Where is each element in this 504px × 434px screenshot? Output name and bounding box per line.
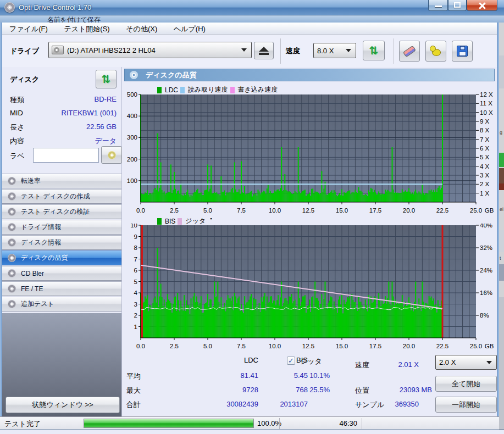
start-all-button[interactable]: 全て開始 <box>435 376 497 392</box>
background-window-title: 名前を付けて保存 <box>47 15 101 23</box>
write-label-button[interactable] <box>101 146 122 164</box>
position-value: 23093 MB <box>374 386 432 394</box>
max-label: 最大 <box>126 386 141 396</box>
sidebar-item-0[interactable]: 転送率 <box>2 174 121 188</box>
disc-panel-title: ディスク <box>10 75 39 85</box>
svg-text:5.0: 5.0 <box>203 207 212 214</box>
chevron-down-icon <box>241 48 247 52</box>
window-frame-bottom <box>0 430 504 434</box>
svg-text:8 X: 8 X <box>480 127 490 133</box>
avg-label: 平均 <box>126 371 141 381</box>
disc-icon <box>8 300 16 308</box>
sidebar-item-1[interactable]: テスト ディスクの作成 <box>2 189 121 204</box>
disc-mid-value: RITEKBW1 (001) <box>62 109 117 117</box>
disc-type-label: 種類 <box>10 95 24 105</box>
svg-text:20.0: 20.0 <box>403 207 415 214</box>
maximize-button[interactable] <box>448 0 467 11</box>
status-text: テスト完了 <box>4 419 41 429</box>
speed-select[interactable]: 8.0 X <box>313 43 356 58</box>
menu-help[interactable]: ヘルプ(H) <box>167 23 213 34</box>
svg-text:500: 500 <box>127 92 137 98</box>
titlebar: Opti Drive Control 1.70 <box>0 0 504 15</box>
svg-text:7.5: 7.5 <box>237 343 246 349</box>
refresh-drive-button[interactable]: ⇅ <box>363 41 385 60</box>
panel-header: ディスクの品質 <box>124 69 495 81</box>
svg-text:2: 2 <box>134 312 137 319</box>
svg-text:0.0: 0.0 <box>136 343 145 349</box>
avg-ldc: 81.41 <box>214 371 258 380</box>
disc-length-value: 22.56 GB <box>86 123 117 131</box>
svg-text:6 X: 6 X <box>480 145 490 152</box>
eject-button[interactable] <box>254 42 274 59</box>
disc-icon <box>8 269 16 277</box>
speed-select-value: 8.0 X <box>314 47 346 55</box>
menu-other[interactable]: その他(X) <box>119 23 164 34</box>
sidebar-item-5[interactable]: ディスクの品質 <box>2 251 121 265</box>
menu-file[interactable]: ファイル(F) <box>2 23 55 34</box>
app-disc-icon <box>4 2 15 13</box>
svg-text:3: 3 <box>134 301 137 308</box>
svg-text:1: 1 <box>134 324 137 330</box>
svg-text:5.0: 5.0 <box>203 343 212 349</box>
disc-icon <box>108 151 116 159</box>
svg-text:5: 5 <box>134 279 137 285</box>
bis-chart: 123456789108%16%24%32%40%0.02.55.07.510.… <box>123 224 496 355</box>
sidebar-item-7[interactable]: FE / TE <box>2 281 121 296</box>
disc-icon <box>8 223 16 231</box>
speed-stat-label: 速度 <box>355 360 369 370</box>
max-jitter: 25.5% <box>286 386 330 394</box>
svg-text:400: 400 <box>127 113 137 119</box>
svg-text:24%: 24% <box>480 267 492 274</box>
svg-text:32%: 32% <box>480 244 492 251</box>
close-button[interactable] <box>467 0 497 11</box>
sidebar-nav: 転送率テスト ディスクの作成テスト ディスクの検証ドライブ情報ディスク情報ディス… <box>2 173 121 311</box>
svg-text:22.5: 22.5 <box>436 343 448 349</box>
background-desktop-sliver: g ei t <box>499 23 504 430</box>
sidebar-item-6[interactable]: CD Bler <box>2 266 121 281</box>
sidebar-item-8[interactable]: 追加テスト <box>2 297 121 311</box>
elapsed-time: 46:30 <box>308 419 357 427</box>
jitter-checkbox[interactable]: ✓ <box>287 357 295 365</box>
erase-disc-button[interactable] <box>399 41 420 62</box>
drive-select[interactable]: (D:) ATAPI iHBS212 2 HL04 <box>48 42 252 58</box>
sidebar-item-3[interactable]: ドライブ情報 <box>2 220 121 235</box>
progress-fill <box>84 419 253 427</box>
svg-text:100: 100 <box>127 177 137 184</box>
svg-text:7: 7 <box>134 256 137 263</box>
disc-icon <box>8 254 16 262</box>
svg-text:17.5: 17.5 <box>369 207 381 214</box>
total-label: 合計 <box>126 400 141 410</box>
test-speed-select[interactable]: 2.0 X <box>435 355 497 370</box>
avg-jitter: 10.1% <box>286 371 330 380</box>
svg-text:12.5: 12.5 <box>302 343 314 349</box>
duck-button[interactable] <box>425 41 446 62</box>
drive-icon <box>52 46 64 54</box>
chevron-down-icon <box>486 361 492 364</box>
eject-icon <box>259 47 269 52</box>
menu-start-test[interactable]: テスト開始(S) <box>57 23 117 34</box>
save-button[interactable] <box>452 41 473 62</box>
sidebar-item-4[interactable]: ディスク情報 <box>2 235 121 250</box>
minimize-button[interactable] <box>428 0 448 11</box>
status-window-button[interactable]: 状態ウィンドウ >> <box>5 397 120 413</box>
refresh-disc-button[interactable]: ⇅ <box>96 70 117 88</box>
speed-label: 速度 <box>286 46 300 56</box>
chevron-down-icon <box>346 49 351 52</box>
svg-text:9: 9 <box>134 233 137 240</box>
disc-icon <box>8 192 16 201</box>
disc-type-value: BD-RE <box>95 95 117 103</box>
refresh-icon: ⇅ <box>102 74 111 85</box>
panel-title: ディスクの品質 <box>146 70 197 80</box>
start-part-button[interactable]: 一部開始 <box>435 397 497 413</box>
svg-text:7.5: 7.5 <box>237 207 246 214</box>
progress-bar <box>84 419 254 428</box>
svg-text:300: 300 <box>127 134 137 141</box>
stats-col-jitter: ジッタ <box>300 357 322 366</box>
svg-text:10 X: 10 X <box>480 109 493 116</box>
save-icon <box>457 46 468 57</box>
total-bis: 2013107 <box>264 400 308 408</box>
speed-stat-value: 2.01 X <box>374 360 419 369</box>
disc-label-input[interactable] <box>33 148 99 163</box>
svg-text:8%: 8% <box>480 312 489 319</box>
sidebar-item-2[interactable]: テスト ディスクの検証 <box>2 204 121 219</box>
